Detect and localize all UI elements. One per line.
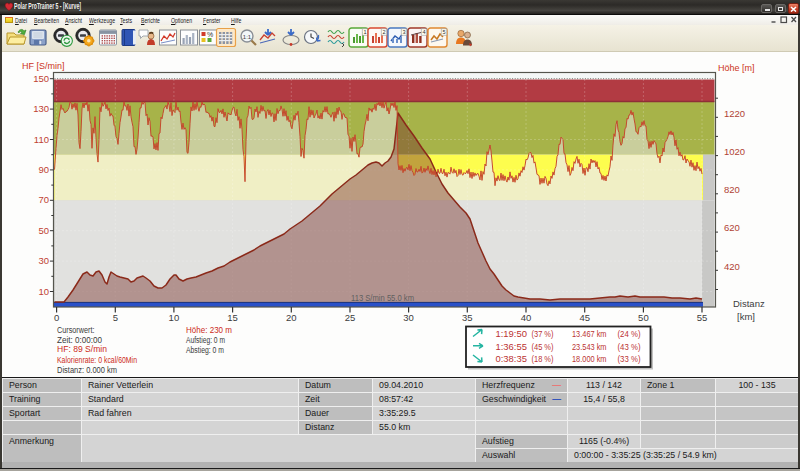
- svg-text:(33 %): (33 %): [618, 354, 641, 364]
- svg-text:0:38:35: 0:38:35: [496, 354, 528, 364]
- svg-text:Kalorienrate: 0 kcal/60Min: Kalorienrate: 0 kcal/60Min: [57, 355, 137, 365]
- svg-text:18.000 km: 18.000 km: [572, 354, 607, 364]
- svg-text:55: 55: [697, 312, 708, 323]
- svg-text:Cursorwert:: Cursorwert:: [57, 325, 95, 335]
- svg-text:2: 2: [383, 29, 386, 35]
- svg-text:50: 50: [638, 312, 649, 323]
- svg-text:30: 30: [403, 312, 414, 323]
- svg-text:(24 %): (24 %): [618, 329, 641, 339]
- svg-text:5: 5: [442, 29, 445, 35]
- svg-text:10: 10: [169, 312, 180, 323]
- svg-text:113 S/min 55.0 km: 113 S/min 55.0 km: [351, 293, 414, 303]
- svg-text:35: 35: [462, 312, 473, 323]
- svg-text:420: 420: [724, 261, 740, 272]
- svg-text:10: 10: [38, 286, 49, 297]
- svg-text:1: 1: [363, 29, 366, 35]
- svg-text:90: 90: [38, 164, 49, 175]
- svg-text:Distanz: Distanz: [733, 298, 765, 309]
- svg-text:HF: 89 S/min: HF: 89 S/min: [57, 344, 107, 354]
- svg-text:150: 150: [33, 73, 49, 84]
- svg-text:23.543 km: 23.543 km: [572, 342, 607, 352]
- svg-text:[km]: [km]: [737, 311, 755, 322]
- svg-text:Höhe: 230 m: Höhe: 230 m: [186, 325, 232, 335]
- svg-text:70: 70: [38, 194, 49, 205]
- svg-text:Abstieg: 0 m: Abstieg: 0 m: [186, 345, 224, 355]
- svg-text:5: 5: [113, 312, 118, 323]
- svg-text:%: %: [207, 31, 213, 38]
- svg-text:(45 %): (45 %): [532, 342, 554, 352]
- svg-text:30: 30: [38, 255, 49, 266]
- svg-text:110: 110: [34, 134, 49, 145]
- svg-text:1:36:55: 1:36:55: [496, 342, 528, 352]
- svg-text:Distanz: 0.000 km: Distanz: 0.000 km: [57, 365, 117, 375]
- svg-text:13.467 km: 13.467 km: [572, 329, 607, 339]
- svg-text:15: 15: [227, 312, 238, 323]
- svg-text:3: 3: [403, 29, 406, 35]
- svg-text:620: 620: [724, 222, 740, 233]
- svg-text:4: 4: [423, 29, 426, 35]
- svg-text:1020: 1020: [724, 146, 745, 157]
- svg-text:1:19:50: 1:19:50: [496, 329, 528, 339]
- svg-text:25: 25: [345, 312, 356, 323]
- svg-text:50: 50: [38, 225, 49, 236]
- svg-text:Zeit: 0:00:00: Zeit: 0:00:00: [57, 335, 102, 345]
- svg-text:Aufstieg: 0 m: Aufstieg: 0 m: [186, 335, 225, 345]
- svg-text:20: 20: [286, 312, 297, 323]
- svg-text:HF [S/min]: HF [S/min]: [22, 61, 65, 71]
- svg-text:130: 130: [33, 103, 49, 114]
- svg-text:(37 %): (37 %): [532, 329, 554, 339]
- svg-text:0: 0: [54, 312, 59, 323]
- svg-text:Höhe [m]: Höhe [m]: [718, 63, 755, 73]
- svg-text:40: 40: [521, 312, 532, 323]
- svg-text:820: 820: [724, 184, 740, 195]
- svg-text:(43 %): (43 %): [618, 342, 641, 352]
- svg-text:1220: 1220: [724, 108, 745, 119]
- svg-text:45: 45: [579, 312, 590, 323]
- svg-text:1:1: 1:1: [243, 34, 252, 40]
- svg-text:(18 %): (18 %): [532, 354, 554, 364]
